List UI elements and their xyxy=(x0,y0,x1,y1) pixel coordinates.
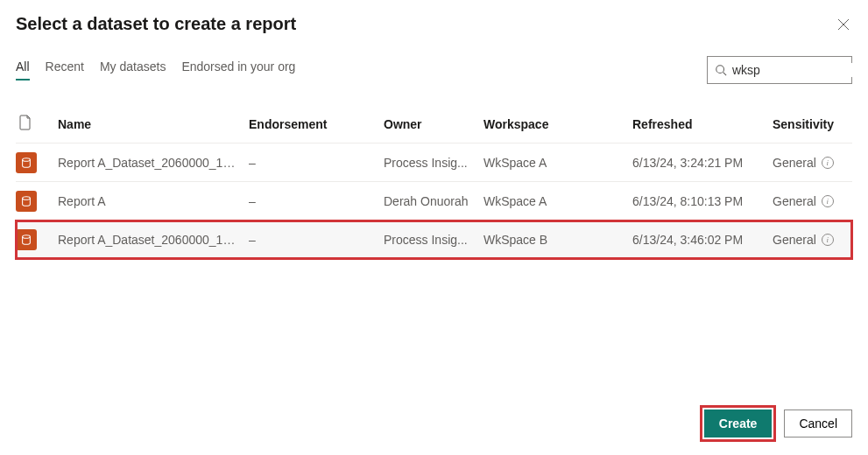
cell-endorsement: – xyxy=(249,194,384,208)
cell-owner: Process Insig... xyxy=(384,156,483,170)
info-icon[interactable]: i xyxy=(822,234,834,246)
table-row[interactable]: Report A_Dataset_2060000_10c... – Proces… xyxy=(16,220,852,259)
cell-workspace: WkSpace A xyxy=(483,156,632,170)
dataset-icon xyxy=(16,152,37,173)
dataset-icon xyxy=(16,191,37,212)
svg-point-3 xyxy=(23,196,31,200)
table-row[interactable]: Report A_Dataset_2060000_10c... – Proces… xyxy=(16,144,852,182)
file-icon xyxy=(19,115,37,132)
col-icon xyxy=(19,115,58,133)
cancel-button[interactable]: Cancel xyxy=(784,410,852,438)
tab-all[interactable]: All xyxy=(16,60,30,80)
cell-workspace: WkSpace A xyxy=(483,194,632,208)
search-input[interactable] xyxy=(732,63,868,77)
cell-endorsement: – xyxy=(249,233,384,247)
svg-point-2 xyxy=(23,158,31,161)
table-header: Name Endorsement Owner Workspace Refresh… xyxy=(16,105,852,144)
cell-endorsement: – xyxy=(249,156,384,170)
cell-name: Report A_Dataset_2060000_10c... xyxy=(58,156,249,170)
tab-bar: All Recent My datasets Endorsed in your … xyxy=(16,60,295,80)
cell-refreshed: 6/13/24, 3:46:02 PM xyxy=(632,233,773,247)
col-refreshed[interactable]: Refreshed xyxy=(632,117,773,131)
dataset-table: Name Endorsement Owner Workspace Refresh… xyxy=(16,105,852,259)
col-owner[interactable]: Owner xyxy=(384,117,483,131)
col-name[interactable]: Name xyxy=(58,117,249,131)
search-icon xyxy=(715,64,727,76)
tab-my-datasets[interactable]: My datasets xyxy=(100,60,166,80)
cell-sensitivity: General i xyxy=(773,194,852,208)
cell-sensitivity: General i xyxy=(773,233,852,247)
col-sensitivity[interactable]: Sensitivity xyxy=(773,117,852,131)
cell-name: Report A xyxy=(58,194,249,208)
close-button[interactable] xyxy=(831,12,856,37)
create-button[interactable]: Create xyxy=(704,410,773,438)
search-box[interactable] xyxy=(707,56,852,84)
cell-sensitivity: General i xyxy=(773,156,852,170)
tab-endorsed[interactable]: Endorsed in your org xyxy=(181,60,295,80)
svg-point-0 xyxy=(716,66,724,74)
col-workspace[interactable]: Workspace xyxy=(483,117,632,131)
dialog-footer: Create Cancel xyxy=(702,408,852,439)
info-icon[interactable]: i xyxy=(822,157,834,169)
svg-point-4 xyxy=(23,234,31,238)
dataset-icon xyxy=(16,229,37,250)
cell-owner: Process Insig... xyxy=(384,233,483,247)
table-row[interactable]: Report A – Derah Onuorah WkSpace A 6/13/… xyxy=(16,182,852,220)
info-icon[interactable]: i xyxy=(822,195,834,207)
col-endorsement[interactable]: Endorsement xyxy=(249,117,384,131)
dialog-title: Select a dataset to create a report xyxy=(16,14,296,34)
cell-refreshed: 6/13/24, 3:24:21 PM xyxy=(632,156,773,170)
close-icon xyxy=(837,18,850,31)
svg-line-1 xyxy=(723,73,727,76)
tab-recent[interactable]: Recent xyxy=(46,60,84,80)
cell-owner: Derah Onuorah xyxy=(384,194,483,208)
cell-workspace: WkSpace B xyxy=(483,233,632,247)
cell-refreshed: 6/13/24, 8:10:13 PM xyxy=(632,194,773,208)
highlight-create: Create xyxy=(702,408,774,439)
cell-name: Report A_Dataset_2060000_10c... xyxy=(58,233,249,247)
